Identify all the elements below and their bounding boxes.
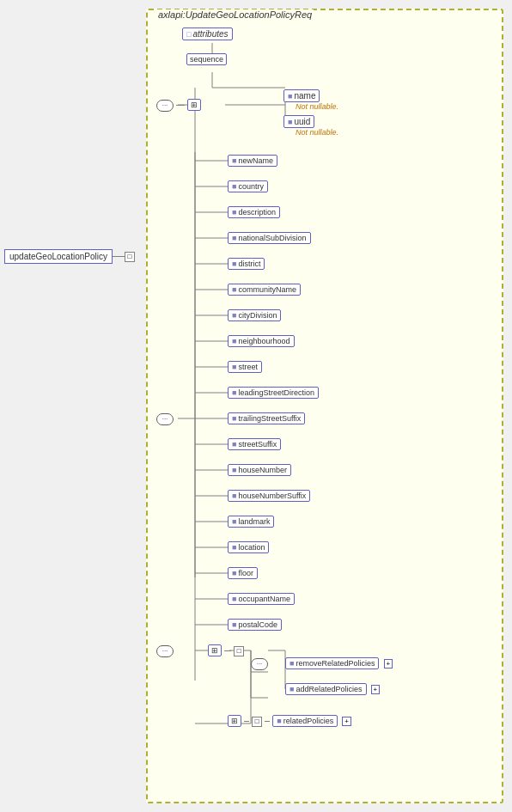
node-houseNumberSuffix: ■houseNumberSuffix	[228, 490, 310, 502]
node-removeRelatedPolicies: ■ removeRelatedPolicies +	[285, 657, 393, 669]
node-cityDivision: ■cityDivision	[228, 309, 281, 321]
name-node-group: ■ name Not nullable.	[283, 89, 338, 111]
node-location: ■location	[228, 541, 269, 553]
dots-connector-bottom: ···	[156, 644, 174, 657]
dots-connector-second: ···	[251, 657, 268, 670]
node-communityName: ■communityName	[228, 284, 301, 296]
node-houseNumber: ■houseNumber	[228, 464, 291, 476]
node-floor: ■floor	[228, 567, 258, 579]
node-description: ■description	[228, 206, 280, 218]
main-box-title: axlapi:UpdateGeoLocationPolicyReq	[156, 9, 314, 20]
node-nationalSubDivision: ■nationalSubDivision	[228, 232, 311, 244]
node-newName: ■newName	[228, 155, 277, 167]
node-streetSuffix: ■streetSuffix	[228, 438, 281, 450]
node-street: ■street	[228, 361, 262, 373]
attributes-node: □ attributes	[182, 27, 233, 40]
node-district: ■district	[228, 258, 265, 270]
name-node: ■ name	[283, 89, 320, 102]
main-entity: updateGeoLocationPolicy □	[4, 249, 135, 264]
related-expand[interactable]: □	[252, 717, 262, 727]
name-not-nullable: Not nullable.	[296, 102, 338, 111]
main-entity-expand[interactable]: □	[125, 252, 135, 262]
main-entity-label: updateGeoLocationPolicy	[4, 249, 113, 264]
seq-connector-bottom: ⊞ □	[208, 644, 244, 656]
seq-connector-top: ⊞	[187, 99, 201, 111]
related-seq-connector: ⊞	[228, 715, 241, 727]
node-neighbourhood: ■neighbourhood	[228, 335, 295, 347]
node-trailingStreetSuffix: ■trailingStreetSuffix	[228, 412, 305, 424]
dots-connector-top: ···	[156, 100, 174, 112]
node-landmark: ■landmark	[228, 516, 274, 528]
name-uuid-group: ··· ⊞	[156, 99, 201, 112]
remove-expand[interactable]: +	[384, 659, 393, 669]
uuid-not-nullable: Not nullable.	[296, 128, 338, 137]
dots-connector-middle: ···	[156, 412, 174, 425]
related-expand-btn[interactable]: +	[342, 717, 351, 726]
uuid-node: ■ uuid	[283, 115, 314, 128]
uuid-node-group: ■ uuid Not nullable.	[283, 115, 338, 137]
sequence-connector: sequence	[186, 53, 227, 65]
sequence-node: sequence	[186, 53, 227, 65]
node-addRelatedPolicies: ■ addRelatedPolicies +	[285, 683, 380, 695]
node-leadingStreetDirection: ■leadingStreetDirection	[228, 387, 319, 399]
canvas: updateGeoLocationPolicy □ axlapi:UpdateG…	[0, 0, 512, 812]
attributes-label: □ attributes	[182, 27, 233, 40]
node-postalCode: ■postalCode	[228, 619, 282, 631]
bottom-expand-1[interactable]: □	[234, 646, 244, 656]
add-expand[interactable]: +	[371, 685, 381, 694]
main-container: axlapi:UpdateGeoLocationPolicyReq	[146, 9, 503, 803]
node-relatedPolicies: ⊞ □ ■ relatedPolicies +	[228, 715, 351, 727]
node-country: ■country	[228, 180, 268, 192]
node-occupantName: ■occupantName	[228, 593, 295, 605]
